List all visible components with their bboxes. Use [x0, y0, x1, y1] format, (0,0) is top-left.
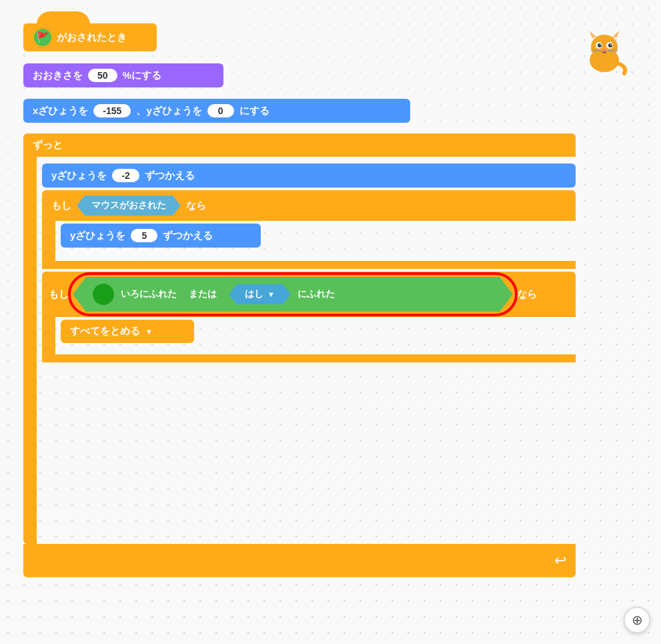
scratch-cat: [578, 30, 631, 77]
svg-point-9: [608, 43, 612, 47]
if2-label1: もし: [49, 288, 69, 301]
motion-y1-label2: ずつかえる: [145, 170, 195, 182]
motion-setxy-label3: にする: [239, 105, 269, 117]
motion-setxy-x[interactable]: -155: [93, 104, 131, 117]
if-block1: もし マウスがおされた なら yざひょうを: [42, 190, 576, 269]
flag-icon: 🚩: [34, 29, 51, 46]
if1-label1: もし: [51, 200, 71, 212]
looks-size-block: おおきさを 50 %にする: [23, 63, 223, 87]
zoom-in-icon: ⊕: [632, 612, 643, 628]
looks-size-value[interactable]: 50: [88, 69, 117, 82]
forever-block: ずっと yざひょうを -2 ずつかえる: [23, 133, 576, 577]
if2-color-label: いろにふれた: [121, 288, 177, 300]
forever-label: ずっと: [33, 139, 63, 150]
if2-or-label: または: [189, 288, 217, 300]
if2-dropdown[interactable]: はし ▼: [229, 284, 291, 304]
stop-label: すべてをとめる: [70, 325, 140, 338]
svg-point-10: [600, 44, 601, 45]
color-circle[interactable]: [93, 284, 114, 305]
dropdown-arrow-icon: ▼: [267, 290, 275, 298]
motion-setxy-block: xざひょうを -155 、yざひょうを 0 にする: [23, 99, 410, 123]
if2-touch-label: にふれた: [297, 288, 335, 300]
looks-size-label2: %にする: [123, 69, 161, 82]
if-block2: もし いろにふれた または はし: [42, 272, 576, 362]
svg-point-8: [598, 43, 602, 47]
motion-y2-label1: yざひょうを: [70, 230, 125, 242]
motion-setxy-label2: 、yざひょうを: [136, 105, 201, 117]
svg-point-12: [602, 49, 606, 51]
motion-y-change1-block: yざひょうを -2 ずつかえる: [42, 164, 576, 188]
motion-y2-block: yざひょうを 5 ずつかえる: [61, 224, 261, 248]
stop-dropdown-icon[interactable]: ▼: [145, 328, 153, 336]
zoom-in-button[interactable]: ⊕: [624, 607, 650, 633]
motion-y1-label1: yざひょうを: [51, 170, 107, 182]
if2-label2: なら: [517, 288, 537, 301]
if2-condition-container: いろにふれた または はし ▼ にふれた: [73, 277, 513, 312]
event-hat-block: 🚩 がおされたとき: [23, 23, 157, 51]
scratch-workspace: 🚩 がおされたとき おおきさを 50 %にする xざひょうを -155 、yざひ…: [0, 0, 661, 644]
svg-point-1: [591, 35, 618, 59]
motion-setxy-y[interactable]: 0: [207, 104, 234, 117]
svg-point-11: [610, 44, 612, 45]
stop-block: すべてをとめる ▼: [61, 320, 194, 343]
motion-y1-value[interactable]: -2: [112, 169, 139, 182]
event-hat-label: がおされたとき: [57, 31, 127, 44]
looks-size-label1: おおきさを: [33, 69, 83, 82]
motion-setxy-label1: xざひょうを: [33, 105, 88, 117]
motion-y2-value[interactable]: 5: [131, 229, 157, 242]
if1-label2: なら: [186, 200, 206, 212]
motion-y2-label2: ずつかえる: [163, 230, 213, 242]
if1-condition: マウスがおされた: [77, 196, 181, 216]
loop-arrow-icon: ↩: [554, 552, 566, 569]
